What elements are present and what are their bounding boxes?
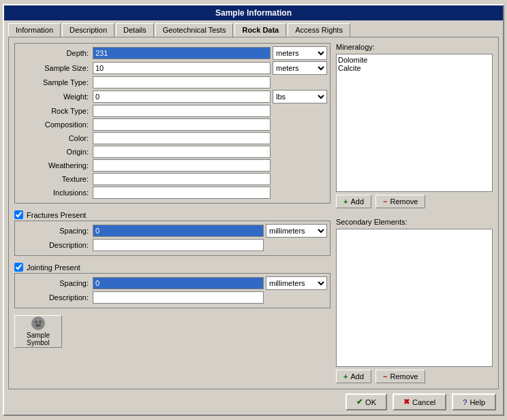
secondary-remove-label: Remove xyxy=(390,372,418,381)
mineralogy-item-calcite[interactable]: Calcite xyxy=(338,64,491,72)
sample-type-label: Sample Type: xyxy=(18,78,93,86)
tab-information[interactable]: Information xyxy=(8,23,61,37)
depth-label: Depth: xyxy=(18,49,93,57)
texture-row: Texture: xyxy=(18,173,327,185)
weight-unit-select[interactable]: lbs kg xyxy=(273,90,327,103)
weathering-input[interactable] xyxy=(93,159,271,172)
cancel-label: Cancel xyxy=(412,398,435,406)
jointing-section: Spacing: millimeters centimeters meters … xyxy=(14,273,331,308)
mineralogy-label: Mineralogy: xyxy=(336,43,493,51)
fractures-spacing-input[interactable] xyxy=(93,225,264,237)
mineralogy-add-icon: + xyxy=(343,197,348,206)
jointing-description-label: Description: xyxy=(18,293,93,302)
fractures-container: Fractures Present Spacing: millimeters c… xyxy=(14,208,331,256)
mineralogy-item-dolomite[interactable]: Dolomite xyxy=(338,56,491,64)
sample-size-row: Sample Size: meters feet xyxy=(18,61,327,75)
help-label: Help xyxy=(470,398,485,406)
rock-type-label: Rock Type: xyxy=(18,107,93,115)
fractures-description-input[interactable] xyxy=(93,239,264,251)
mineralogy-listbox[interactable]: Dolomite Calcite xyxy=(336,54,493,192)
fractures-checkbox-row: Fractures Present xyxy=(14,210,331,219)
help-icon: ? xyxy=(463,398,467,406)
fractures-description-row: Description: xyxy=(18,239,327,251)
weathering-row: Weathering: xyxy=(18,159,327,172)
color-label: Color: xyxy=(18,134,93,142)
jointing-checkbox-row: Jointing Present xyxy=(14,263,331,272)
depth-unit-select[interactable]: meters feet xyxy=(273,46,327,60)
secondary-add-button[interactable]: + Add xyxy=(336,370,371,383)
svg-point-2 xyxy=(39,321,42,323)
ok-label: OK xyxy=(365,398,376,406)
mineralogy-container: Mineralogy: Dolomite Calcite + Add − Rem… xyxy=(336,43,493,208)
main-form-section: Depth: meters feet Sample Size: meters f… xyxy=(14,43,331,204)
composition-input[interactable] xyxy=(93,118,271,131)
sample-symbol-icon xyxy=(31,317,45,330)
texture-input[interactable] xyxy=(93,173,271,185)
mineralogy-remove-button[interactable]: − Remove xyxy=(375,195,425,208)
sample-size-input[interactable] xyxy=(93,62,271,74)
mineralogy-add-label: Add xyxy=(350,197,364,206)
composition-row: Composition: xyxy=(18,118,327,131)
secondary-remove-button[interactable]: − Remove xyxy=(375,370,425,383)
left-panel: Depth: meters feet Sample Size: meters f… xyxy=(14,43,331,383)
sample-size-label: Sample Size: xyxy=(18,64,93,72)
color-row: Color: xyxy=(18,132,327,144)
depth-row: Depth: meters feet xyxy=(18,46,327,60)
fractures-description-label: Description: xyxy=(18,241,93,249)
mineralogy-add-button[interactable]: + Add xyxy=(336,195,371,208)
secondary-add-icon: + xyxy=(343,372,348,381)
jointing-checkbox[interactable] xyxy=(14,263,23,272)
tab-access-rights[interactable]: Access Rights xyxy=(288,23,350,37)
cancel-icon: ✖ xyxy=(403,398,410,406)
tabs-row: Information Description Details Geotechn… xyxy=(4,20,503,37)
depth-input[interactable] xyxy=(93,47,271,59)
help-button[interactable]: ? Help xyxy=(452,393,496,410)
tab-rock-data[interactable]: Rock Data xyxy=(234,23,286,37)
mineralogy-remove-icon: − xyxy=(383,197,387,206)
tab-details[interactable]: Details xyxy=(116,23,154,37)
jointing-unit-select[interactable]: millimeters centimeters meters xyxy=(266,276,327,290)
fractures-label: Fractures Present xyxy=(27,211,86,219)
jointing-description-input[interactable] xyxy=(93,291,264,304)
sample-symbol-button[interactable]: SampleSymbol xyxy=(14,315,62,348)
weathering-label: Weathering: xyxy=(18,161,93,169)
tab-description[interactable]: Description xyxy=(62,23,114,37)
sample-type-row: Sample Type: xyxy=(18,76,327,88)
ok-icon: ✔ xyxy=(356,398,363,406)
fractures-checkbox[interactable] xyxy=(14,210,23,219)
origin-input[interactable] xyxy=(93,146,271,158)
window-title: Sample Information xyxy=(215,8,292,18)
origin-label: Origin: xyxy=(18,148,93,156)
sample-type-input[interactable] xyxy=(93,76,271,88)
cancel-button[interactable]: ✖ Cancel xyxy=(393,393,446,410)
secondary-btn-row: + Add − Remove xyxy=(336,370,493,383)
title-bar: Sample Information xyxy=(4,5,503,20)
mineralogy-btn-row: + Add − Remove xyxy=(336,195,493,208)
fractures-section: Spacing: millimeters centimeters meters … xyxy=(14,221,331,256)
main-window: Sample Information Information Descripti… xyxy=(3,4,504,416)
sample-size-unit-select[interactable]: meters feet xyxy=(273,61,327,75)
footer-buttons: ✔ OK ✖ Cancel ? Help xyxy=(4,389,503,415)
weight-row: Weight: lbs kg xyxy=(18,90,327,103)
secondary-container: Secondary Elements: + Add − Remove xyxy=(336,218,493,383)
inclusions-input[interactable] xyxy=(93,187,271,199)
weight-label: Weight: xyxy=(18,93,93,101)
rock-type-row: Rock Type: xyxy=(18,105,327,117)
origin-row: Origin: xyxy=(18,146,327,158)
secondary-label: Secondary Elements: xyxy=(336,218,493,226)
right-panel: Mineralogy: Dolomite Calcite + Add − Rem… xyxy=(336,43,493,383)
weight-input[interactable] xyxy=(93,91,271,103)
fractures-spacing-label: Spacing: xyxy=(18,227,93,235)
secondary-listbox[interactable] xyxy=(336,229,493,367)
rock-type-input[interactable] xyxy=(93,105,271,117)
texture-label: Texture: xyxy=(18,175,93,183)
color-input[interactable] xyxy=(93,132,271,144)
jointing-container: Jointing Present Spacing: millimeters ce… xyxy=(14,260,331,308)
svg-point-3 xyxy=(35,324,41,327)
fractures-unit-select[interactable]: millimeters centimeters meters xyxy=(266,224,327,238)
tab-geotechnical[interactable]: Geotechnical Tests xyxy=(155,23,234,37)
jointing-spacing-input[interactable] xyxy=(93,277,264,289)
ok-button[interactable]: ✔ OK xyxy=(345,393,387,410)
jointing-description-row: Description: xyxy=(18,291,327,304)
fractures-spacing-row: Spacing: millimeters centimeters meters xyxy=(18,224,327,238)
